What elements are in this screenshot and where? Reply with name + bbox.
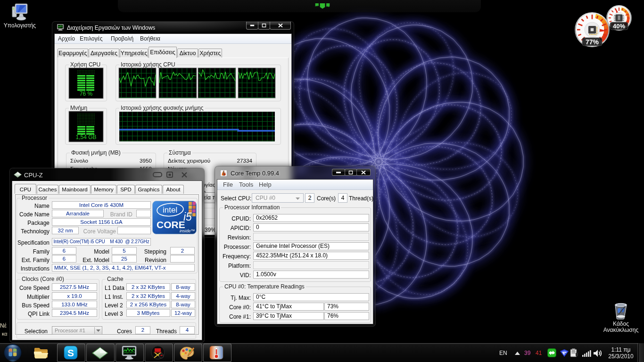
- svg-text:S: S: [67, 347, 74, 358]
- svg-text:40%: 40%: [613, 23, 625, 30]
- svg-text:inside™: inside™: [180, 229, 195, 233]
- svg-text:77%: 77%: [586, 38, 599, 46]
- svg-text:intel: intel: [163, 206, 177, 214]
